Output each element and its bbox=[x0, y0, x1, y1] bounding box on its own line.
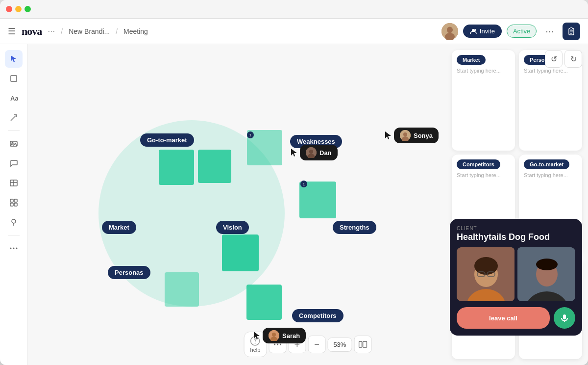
titlebar bbox=[0, 0, 588, 19]
svg-point-1 bbox=[447, 26, 453, 33]
menu-icon[interactable]: ☰ bbox=[8, 26, 16, 37]
status-badge: Active bbox=[507, 25, 537, 38]
select-tool[interactable] bbox=[5, 50, 23, 68]
image-tool[interactable] bbox=[5, 135, 23, 153]
text-tool[interactable]: Aa bbox=[5, 89, 23, 107]
breadcrumb-dots[interactable]: ··· bbox=[48, 26, 55, 36]
shape-6 bbox=[165, 272, 199, 307]
cursor-sonya-badge: Sonya bbox=[394, 128, 439, 143]
call-videos bbox=[457, 247, 575, 301]
svg-rect-23 bbox=[14, 203, 17, 206]
call-client-label: CLIENT bbox=[457, 226, 575, 231]
svg-rect-7 bbox=[570, 27, 573, 29]
svg-point-56 bbox=[274, 344, 275, 345]
help-label: help bbox=[250, 347, 261, 353]
svg-line-14 bbox=[11, 116, 16, 121]
table-tool[interactable] bbox=[5, 174, 23, 192]
close-button[interactable] bbox=[6, 6, 12, 12]
breadcrumb-project[interactable]: New Brandi... bbox=[69, 27, 110, 35]
svg-rect-22 bbox=[10, 203, 13, 206]
call-widget: CLIENT Healthytails Dog Food bbox=[450, 219, 582, 336]
component-tool[interactable] bbox=[5, 194, 23, 211]
note-go-to-market-label: Go-to-market bbox=[524, 159, 569, 169]
fit-to-screen-button[interactable] bbox=[354, 336, 371, 353]
breadcrumb-sep-1: / bbox=[61, 27, 63, 35]
mic-button[interactable] bbox=[554, 307, 575, 329]
cursor-sarah: Sarah bbox=[253, 328, 306, 343]
cursor-dan: Dan bbox=[290, 145, 338, 160]
breadcrumb-sep-2: / bbox=[116, 27, 118, 35]
pen-tool[interactable] bbox=[5, 109, 23, 127]
sidebar-divider-1 bbox=[8, 130, 20, 131]
app-logo: nova bbox=[22, 25, 42, 38]
call-actions: leave call bbox=[457, 307, 575, 329]
svg-rect-21 bbox=[14, 199, 17, 202]
dot-1: 1 bbox=[247, 131, 254, 138]
cursor-sonya: Sonya bbox=[384, 128, 439, 143]
cursor-dan-avatar bbox=[306, 147, 317, 158]
svg-rect-60 bbox=[363, 341, 367, 347]
svg-marker-11 bbox=[11, 55, 16, 62]
shape-7 bbox=[246, 285, 282, 320]
node-strengths[interactable]: Strengths bbox=[333, 221, 376, 234]
zoom-out-button[interactable]: − bbox=[308, 336, 325, 353]
cursor-sonya-name: Sonya bbox=[414, 132, 433, 139]
svg-marker-29 bbox=[291, 149, 297, 156]
more-tools-button[interactable] bbox=[5, 239, 23, 257]
breadcrumb-page[interactable]: Meeting bbox=[123, 27, 148, 35]
note-market[interactable]: Market Start typing here... bbox=[452, 50, 515, 151]
svg-point-57 bbox=[277, 344, 278, 345]
note-market-text: Start typing here... bbox=[457, 68, 510, 74]
comment-tool[interactable] bbox=[5, 155, 23, 172]
svg-rect-48 bbox=[563, 314, 566, 319]
svg-point-47 bbox=[536, 259, 558, 270]
note-personas-text: Start typing here... bbox=[524, 68, 577, 74]
svg-marker-33 bbox=[385, 131, 391, 139]
app-window: ☰ nova ··· / New Brandi... / Meeting Inv… bbox=[0, 0, 588, 365]
main-content: Aa bbox=[0, 44, 588, 365]
maximize-button[interactable] bbox=[24, 6, 31, 12]
clipboard-button[interactable] bbox=[563, 23, 580, 40]
node-go-to-market[interactable]: Go-to-market bbox=[140, 133, 194, 147]
svg-point-52 bbox=[272, 333, 276, 337]
cursor-sarah-avatar bbox=[269, 330, 279, 341]
svg-text:Aa: Aa bbox=[10, 95, 18, 102]
call-video-person-2 bbox=[517, 247, 575, 301]
svg-point-31 bbox=[309, 150, 313, 154]
node-vision[interactable]: Vision bbox=[216, 221, 249, 234]
traffic-lights bbox=[6, 6, 31, 12]
svg-point-58 bbox=[280, 344, 281, 345]
left-sidebar: Aa bbox=[0, 44, 27, 365]
minimize-button[interactable] bbox=[15, 6, 22, 12]
leave-call-button[interactable]: leave call bbox=[457, 307, 550, 329]
cursor-sonya-avatar bbox=[400, 130, 411, 141]
appbar-right: Invite Active ··· bbox=[441, 23, 580, 40]
redo-button[interactable]: ↻ bbox=[564, 50, 582, 68]
appbar: ☰ nova ··· / New Brandi... / Meeting Inv… bbox=[0, 19, 588, 44]
svg-point-27 bbox=[13, 248, 14, 249]
undo-button[interactable]: ↺ bbox=[545, 50, 563, 68]
cursor-sarah-name: Sarah bbox=[282, 332, 300, 339]
svg-point-24 bbox=[12, 219, 16, 223]
frame-tool[interactable] bbox=[5, 70, 23, 87]
user-avatar[interactable] bbox=[441, 23, 458, 40]
svg-rect-59 bbox=[359, 341, 362, 347]
canvas-area[interactable]: ↺ ↻ Go-to-market Weaknesses Market Visio… bbox=[27, 44, 588, 365]
node-market[interactable]: Market bbox=[102, 221, 136, 234]
undo-redo-toolbar: ↺ ↻ bbox=[545, 50, 582, 68]
svg-point-28 bbox=[16, 248, 17, 249]
note-go-to-market-text: Start typing here... bbox=[524, 172, 577, 178]
svg-rect-20 bbox=[10, 199, 13, 202]
invite-label: Invite bbox=[480, 27, 495, 35]
cursor-dan-name: Dan bbox=[319, 149, 332, 156]
node-personas[interactable]: Personas bbox=[108, 266, 150, 279]
node-competitors[interactable]: Competitors bbox=[292, 309, 343, 322]
svg-marker-50 bbox=[254, 332, 260, 339]
cursor-sarah-badge: Sarah bbox=[263, 328, 306, 343]
cursor-dan-badge: Dan bbox=[300, 145, 338, 160]
pin-tool[interactable] bbox=[5, 213, 23, 231]
invite-button[interactable]: Invite bbox=[463, 25, 502, 38]
sidebar-divider-2 bbox=[8, 235, 20, 235]
more-options-button[interactable]: ··· bbox=[541, 24, 558, 39]
call-video-person-1 bbox=[457, 247, 514, 301]
